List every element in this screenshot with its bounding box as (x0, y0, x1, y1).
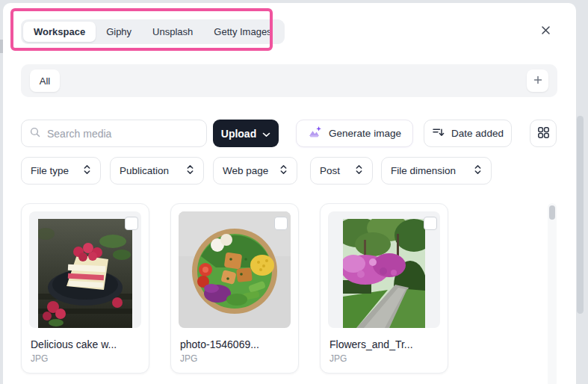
media-thumbnail (179, 211, 291, 328)
chevron-up-down-icon (355, 164, 363, 177)
upload-button[interactable]: Upload (213, 120, 279, 147)
generate-image-label: Generate image (329, 128, 401, 139)
chevron-up-down-icon (186, 164, 194, 177)
filter-web-page[interactable]: Web page (213, 157, 297, 185)
salad-bowl-photo (179, 211, 291, 328)
generate-sparkle-icon (308, 126, 322, 141)
filter-web-page-label: Web page (223, 165, 268, 176)
filter-publication-label: Publication (120, 165, 169, 176)
grid-view-button[interactable] (530, 120, 557, 147)
tab-workspace[interactable]: Workspace (23, 22, 96, 42)
source-tabs: Workspace Giphy Unsplash Getty Images (21, 19, 285, 44)
filter-post[interactable]: Post (310, 157, 373, 185)
chevron-up-down-icon (279, 164, 288, 177)
plus-icon (533, 75, 543, 87)
media-card-cake[interactable]: Delicious cake w... JPG (21, 203, 149, 374)
collection-all-chip[interactable]: All (30, 69, 60, 92)
chevron-up-down-icon (474, 164, 482, 177)
sort-descending-icon (432, 126, 445, 140)
filter-file-dimension-label: File dimension (391, 165, 456, 176)
media-select-checkbox[interactable] (274, 217, 288, 230)
media-select-checkbox[interactable] (125, 217, 138, 230)
filter-file-dimension[interactable]: File dimension (381, 157, 492, 185)
filter-file-type[interactable]: File type (21, 157, 101, 185)
cake-photo (38, 219, 132, 328)
media-title: Flowers_and_Tr... (329, 338, 440, 350)
close-icon (540, 25, 551, 39)
filter-publication[interactable]: Publication (110, 157, 204, 185)
media-title: photo-1546069... (180, 338, 291, 350)
tab-giphy[interactable]: Giphy (96, 22, 142, 42)
sort-label: Date added (451, 128, 504, 139)
media-file-type: JPG (31, 353, 48, 364)
search-input[interactable] (47, 128, 199, 140)
chevron-up-down-icon (83, 164, 91, 177)
filter-post-label: Post (320, 165, 340, 176)
add-collection-button[interactable] (527, 69, 548, 92)
media-card-flowers[interactable]: Flowers_and_Tr... JPG (320, 203, 448, 374)
chevron-down-icon (262, 128, 270, 140)
sort-date-added-button[interactable]: Date added (424, 120, 512, 147)
media-select-checkbox[interactable] (424, 217, 437, 230)
media-file-type: JPG (180, 353, 197, 364)
media-card-salad[interactable]: photo-1546069... JPG (170, 203, 299, 374)
park-flowers-photo (343, 219, 425, 328)
page-scrollbar-thumb[interactable] (577, 116, 584, 314)
generate-image-button[interactable]: Generate image (296, 120, 413, 147)
tab-unsplash[interactable]: Unsplash (142, 22, 203, 42)
media-thumbnail (328, 211, 440, 328)
media-file-type: JPG (329, 353, 347, 364)
media-library-modal: Workspace Giphy Unsplash Getty Images Al… (3, 3, 576, 384)
close-button[interactable] (534, 20, 557, 43)
page-left-edge-artifact (0, 40, 3, 53)
grid-view-icon (537, 126, 550, 141)
upload-button-label: Upload (221, 128, 256, 140)
media-title: Delicious cake w... (31, 338, 141, 350)
media-grid-scrollbar[interactable] (548, 203, 557, 384)
media-thumbnail (29, 211, 141, 328)
search-media-box (21, 120, 207, 147)
scrollbar-thumb[interactable] (549, 205, 555, 220)
collections-bar: All (21, 64, 557, 97)
search-icon (29, 126, 41, 141)
tab-getty-images[interactable]: Getty Images (203, 22, 282, 42)
filter-file-type-label: File type (31, 165, 69, 176)
